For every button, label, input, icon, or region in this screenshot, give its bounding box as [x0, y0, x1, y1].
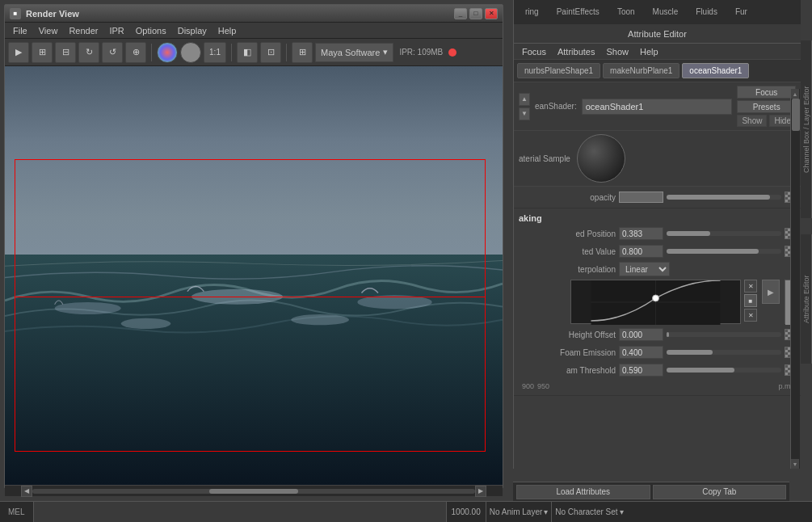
material-ball [577, 134, 625, 183]
curve-icons: ✕ ■ ✕ [744, 280, 757, 322]
curve-graph[interactable] [570, 280, 741, 324]
menu-ipr[interactable]: IPR [104, 24, 128, 37]
tab-painteffects[interactable]: PaintEffects [549, 0, 608, 24]
attr-scrollbar[interactable]: ▲ ▼ [790, 89, 800, 469]
menu-view[interactable]: View [34, 24, 63, 37]
curve-svg [571, 280, 740, 325]
menu-help[interactable]: Help [213, 24, 242, 37]
ed-position-slider[interactable] [667, 231, 781, 236]
render-btn-2[interactable]: ⊞ [32, 42, 53, 63]
opacity-label: opacity [519, 193, 616, 202]
close-button[interactable]: ✕ [485, 8, 498, 19]
focus-presets-col: Focus Presets Show Hide [737, 86, 796, 127]
ted-value-input[interactable] [619, 245, 663, 258]
exposure-btn[interactable]: ◧ [237, 42, 258, 63]
show-btn[interactable]: Show [737, 115, 767, 127]
render-btn-1[interactable]: ▶ [8, 42, 29, 63]
presets-btn[interactable]: Presets [737, 100, 796, 113]
node-tab-nurbsplane[interactable]: nurbsPlaneShape1 [517, 63, 600, 78]
ocean-area [5, 255, 503, 485]
render-btn-6[interactable]: ⊕ [125, 42, 146, 63]
window-titlebar: ■ Render View _ □ ✕ [5, 5, 503, 23]
render-btn-4[interactable]: ↻ [78, 42, 99, 63]
svg-point-1 [55, 302, 121, 314]
render-btn-3[interactable]: ⊟ [55, 42, 76, 63]
attr-menu-focus[interactable]: Focus [517, 45, 551, 58]
arrow-down-btn[interactable]: ▼ [519, 107, 530, 120]
menu-display[interactable]: Display [173, 24, 212, 37]
curve-icon-1[interactable]: ✕ [744, 280, 757, 293]
svg-point-9 [653, 295, 659, 301]
scroll-up-arrow[interactable]: ▲ [791, 89, 799, 99]
interpolation-select[interactable]: Linear Smooth Spline [619, 262, 670, 276]
scroll-right-btn[interactable]: ▶ [475, 486, 486, 497]
window-icon: ■ [10, 8, 21, 19]
attr-menu-show[interactable]: Show [601, 45, 633, 58]
tab-muscle[interactable]: Muscle [645, 0, 687, 24]
copy-tab-btn[interactable]: Copy Tab [653, 485, 787, 499]
color-btn[interactable] [157, 42, 178, 63]
tab-fur[interactable]: Fur [727, 0, 755, 24]
tab-toon[interactable]: Toon [609, 0, 643, 24]
load-attrs-btn[interactable]: Load Attributes [516, 485, 650, 499]
ted-value-slider[interactable] [667, 249, 781, 254]
opacity-slider[interactable] [667, 195, 781, 200]
scrollbar-track[interactable] [32, 489, 475, 494]
lut-btn[interactable]: ⊡ [260, 42, 281, 63]
status-right: 1000.00 No Anim Layer ▾ No Character Set… [446, 502, 627, 522]
curve-arrow-btn[interactable]: ▶ [760, 280, 781, 304]
ed-position-input[interactable] [619, 227, 663, 240]
channel-box-label: Channel Box / Layer Editor [801, 40, 812, 218]
arrow-up-btn[interactable]: ▲ [519, 93, 530, 106]
node-tab-oceanshader[interactable]: oceanShader1 [682, 63, 749, 78]
render-btn-5[interactable]: ↺ [102, 42, 123, 63]
load-attrs-bar: Load Attributes Copy Tab [513, 482, 789, 501]
attr-menu-help[interactable]: Help [635, 45, 663, 58]
svg-point-4 [121, 318, 171, 329]
attr-scrollbar-thumb[interactable] [792, 99, 800, 131]
focus-btn[interactable]: Focus [737, 86, 796, 99]
render-horizon-line [15, 297, 486, 297]
shader-name-row: ▲ ▼ eanShader: Focus Presets Show Hide [514, 82, 801, 131]
maximize-button[interactable]: □ [469, 8, 482, 19]
foam-emission-input[interactable] [619, 346, 663, 359]
menu-options[interactable]: Options [131, 24, 171, 37]
gray-btn[interactable] [180, 42, 201, 63]
attr-menu-attributes[interactable]: Attributes [553, 45, 600, 58]
scroll-down-arrow[interactable]: ▼ [791, 459, 799, 469]
menu-file[interactable]: File [8, 24, 32, 37]
foam-emission-slider[interactable] [667, 350, 781, 355]
menu-render[interactable]: Render [64, 24, 103, 37]
tab-ring[interactable]: ring [517, 0, 547, 24]
tab-fluids[interactable]: Fluids [688, 0, 726, 24]
mel-label: MEL [0, 502, 34, 522]
shader-name-input[interactable] [582, 99, 733, 115]
height-offset-slider[interactable] [667, 332, 781, 337]
char-set-dropdown[interactable]: No Character Set ▾ [551, 502, 626, 522]
ed-position-row: ed Position [519, 225, 796, 242]
height-offset-row: Height Offset [519, 326, 796, 343]
scrollbar-thumb[interactable] [209, 489, 298, 494]
toolbar-separator-1 [151, 44, 152, 61]
curve-icon-3[interactable]: ✕ [744, 309, 757, 322]
render-scrollbar[interactable]: ◀ ▶ [5, 485, 503, 496]
status-input[interactable] [34, 502, 446, 522]
anim-layer-dropdown[interactable]: No Anim Layer ▾ [486, 502, 552, 522]
menu-bar: File View Render IPR Options Display Hel… [5, 23, 503, 39]
node-tab-makenurb[interactable]: makeNurbPlane1 [603, 63, 679, 78]
minimize-button[interactable]: _ [454, 8, 467, 19]
height-offset-input[interactable] [619, 328, 663, 341]
am-threshold-input[interactable] [619, 364, 663, 377]
interpolation-label: terpolation [519, 265, 616, 274]
opacity-color[interactable] [619, 192, 663, 203]
am-threshold-slider[interactable] [667, 368, 781, 373]
curve-expand-btn[interactable]: ▶ [762, 280, 780, 304]
scroll-left-btn[interactable]: ◀ [21, 486, 32, 497]
am-threshold-row: am Threshold [519, 361, 796, 379]
curve-icon-2[interactable]: ■ [744, 294, 757, 307]
attr-editor-title: Attribute Editor [514, 24, 801, 44]
resolution-btn[interactable]: 1:1 [204, 42, 226, 63]
top-tabs: ring PaintEffects Toon Muscle Fluids Fur [514, 0, 801, 24]
snap-btn[interactable]: ⊞ [292, 42, 313, 63]
renderer-dropdown[interactable]: Maya Software ▾ [315, 43, 393, 62]
